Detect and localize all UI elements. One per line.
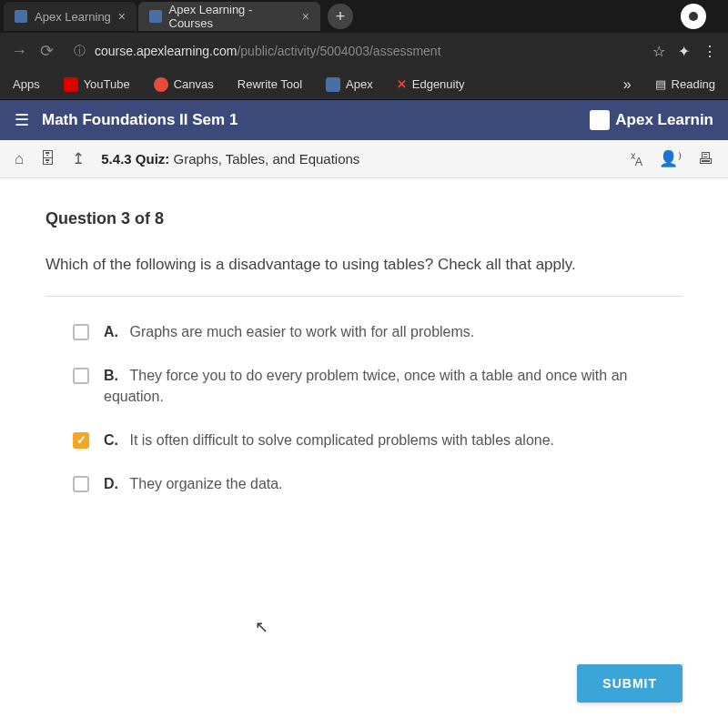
menu-icon[interactable]: ⋮ [703,43,717,60]
option-text: It is often difficult to solve complicat… [129,432,554,448]
quiz-title: 5.4.3 Quiz: Graphs, Tables, and Equation… [101,151,359,167]
url-bar: → ⟳ ⓘ course.apexlearning.com/public/act… [0,33,728,69]
url-field[interactable]: ⓘ course.apexlearning.com/public/activit… [66,43,640,59]
tab-title: Apex Learning - Courses [169,3,295,30]
briefcase-icon[interactable]: 🗄 [40,150,56,168]
up-icon[interactable]: ↥ [72,149,85,168]
youtube-icon [64,77,78,92]
edgenuity-icon: ✕ [397,77,407,91]
read-aloud-icon[interactable]: 👤⁾ [659,149,682,168]
star-icon[interactable]: ☆ [652,43,665,60]
checkbox-a[interactable] [73,324,89,340]
question-prompt: Which of the following is a disadvantage… [46,254,682,276]
tab-title: Apex Learning [35,10,111,24]
checkbox-b[interactable] [73,368,89,384]
translate-icon[interactable]: ᵡA [631,149,642,168]
cursor-pointer-icon: ↖ [255,617,268,637]
course-title: Math Foundations II Sem 1 [42,111,590,129]
option-text: They force you to do every problem twice… [104,368,627,403]
new-tab-button[interactable]: + [328,4,353,29]
bookmark-apex[interactable]: Apex [326,77,373,92]
option-letter: C. [104,432,118,448]
bookmark-canvas[interactable]: Canvas [154,77,214,92]
bookmark-rewrite[interactable]: Rewrite Tool [238,77,302,91]
apex-logo[interactable]: Apex Learnin [590,110,713,130]
option-text: Graphs are much easier to work with for … [129,324,474,339]
close-icon[interactable]: × [302,9,309,24]
divider [46,296,682,297]
url-path: /public/activity/5004003/assessment [237,44,440,58]
reload-button[interactable]: ⟳ [40,41,54,61]
bookmark-overflow[interactable]: » [623,76,632,93]
option-letter: A. [104,324,118,339]
canvas-icon [154,77,168,92]
favicon [149,10,161,23]
bookmark-edgenuity[interactable]: ✕ Edgenuity [397,77,465,91]
print-icon[interactable]: 🖶 [698,150,713,168]
tab-bar: Apex Learning × Apex Learning - Courses … [0,0,728,33]
tab-apex-courses[interactable]: Apex Learning - Courses × [138,2,320,31]
option-c[interactable]: C. It is often difficult to solve compli… [46,430,682,450]
home-icon[interactable]: ⌂ [15,150,24,168]
bookmark-reading-list[interactable]: ▤ Reading [655,77,715,91]
reading-icon: ▤ [655,77,666,91]
browser-chrome: Apex Learning × Apex Learning - Courses … [0,0,728,100]
apex-icon [326,77,340,92]
option-d[interactable]: D. They organize the data. [46,474,682,494]
apex-logo-icon [590,110,610,130]
forward-button[interactable]: → [11,42,27,61]
option-text: They organize the data. [129,476,282,491]
close-icon[interactable]: × [118,9,126,24]
extensions-icon[interactable]: ✦ [678,43,690,60]
bookmark-apps[interactable]: Apps [13,77,40,91]
option-letter: B. [104,368,118,383]
profile-icon[interactable] [681,4,706,29]
question-header: Question 3 of 8 [46,209,682,228]
option-letter: D. [104,476,118,491]
bookmark-bar: Apps YouTube Canvas Rewrite Tool Apex ✕ … [0,69,728,100]
breadcrumb: ⌂ 🗄 ↥ 5.4.3 Quiz: Graphs, Tables, and Eq… [0,140,728,178]
quiz-content: Question 3 of 8 Which of the following i… [0,178,728,728]
tab-apex-learning[interactable]: Apex Learning × [4,2,136,31]
url-domain: course.apexlearning.com [95,44,237,58]
site-info-icon[interactable]: ⓘ [74,43,86,59]
favicon [15,10,27,23]
submit-button[interactable]: SUBMIT [577,664,682,703]
checkbox-c[interactable] [73,432,89,449]
app-header: ☰ Math Foundations II Sem 1 Apex Learnin [0,100,728,140]
bookmark-youtube[interactable]: YouTube [64,77,130,92]
option-b[interactable]: B. They force you to do every problem tw… [46,366,682,407]
option-a[interactable]: A. Graphs are much easier to work with f… [46,322,682,342]
checkbox-d[interactable] [73,476,89,492]
menu-icon[interactable]: ☰ [15,110,29,130]
